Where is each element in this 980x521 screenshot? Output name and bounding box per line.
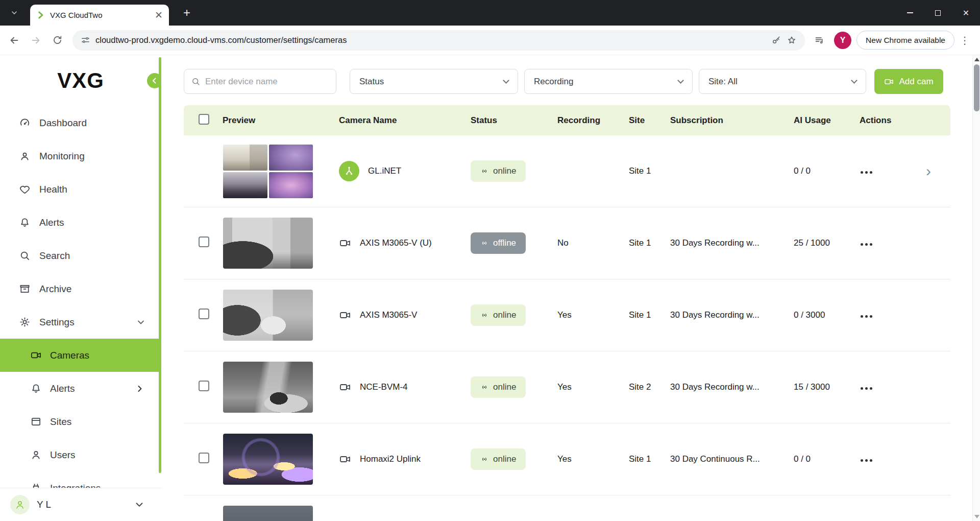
header-subscription: Subscription bbox=[660, 115, 784, 126]
sidebar-item-users[interactable]: Users bbox=[0, 438, 161, 471]
sidebar-user-footer[interactable]: Y L bbox=[0, 488, 161, 521]
row-actions-menu-icon[interactable] bbox=[860, 456, 873, 465]
ai-usage-value: 15 / 3000 bbox=[784, 382, 850, 392]
sidebar-item-settings[interactable]: Settings bbox=[0, 305, 161, 339]
sidebar-item-label: Cameras bbox=[50, 350, 89, 361]
expand-row-chevron-icon[interactable]: › bbox=[926, 163, 931, 179]
bell-icon bbox=[19, 217, 31, 228]
sidebar-item-health[interactable]: Health bbox=[0, 173, 161, 206]
sidebar-item-dashboard[interactable]: Dashboard bbox=[0, 106, 161, 139]
sidebar-item-sites[interactable]: Sites bbox=[0, 405, 161, 438]
camera-preview-thumbnail[interactable] bbox=[223, 218, 313, 269]
sidebar-item-label: Users bbox=[50, 449, 76, 461]
user-name: Y L bbox=[37, 499, 51, 510]
table-row[interactable]: NCE-BVM-4 online Yes Site 2 30 Days Reco… bbox=[184, 351, 950, 423]
status-badge: online bbox=[471, 304, 526, 326]
row-actions-menu-icon[interactable] bbox=[860, 240, 873, 249]
camera-preview-thumbnail[interactable] bbox=[223, 362, 313, 413]
camera-preview-thumbnail[interactable] bbox=[223, 506, 313, 521]
sidebar: VXG Dashboard Monitoring Health Alerts bbox=[0, 55, 161, 521]
site-info-icon[interactable] bbox=[81, 35, 90, 45]
row-actions-menu-icon[interactable] bbox=[860, 384, 873, 393]
page-scrollbar[interactable] bbox=[972, 55, 980, 521]
site-filter-dropdown[interactable]: Site: All bbox=[699, 69, 866, 94]
camera-preview-thumbnail[interactable] bbox=[223, 145, 313, 198]
video-camera-icon bbox=[339, 309, 351, 321]
signal-icon bbox=[480, 167, 488, 175]
close-button[interactable]: ✕ bbox=[952, 0, 980, 26]
signal-icon bbox=[480, 311, 488, 319]
recording-value: Yes bbox=[548, 382, 620, 392]
address-bar[interactable]: cloudtwo-prod.vxgdemo.cloud-vms.com/cust… bbox=[72, 30, 805, 51]
table-row[interactable]: Homaxi2 Uplink online Yes Site 1 30 Day … bbox=[184, 423, 950, 495]
row-checkbox[interactable] bbox=[199, 381, 209, 391]
device-search[interactable] bbox=[184, 69, 336, 94]
sidebar-item-alerts[interactable]: Alerts bbox=[0, 206, 161, 239]
sidebar-item-label: Archive bbox=[39, 283, 71, 295]
back-button[interactable] bbox=[5, 31, 23, 50]
scrollbar-thumb[interactable] bbox=[974, 64, 979, 111]
camera-name: GL.iNET bbox=[368, 166, 401, 176]
table-row[interactable]: GL.iNET online Site 1 0 / 0 › bbox=[184, 135, 950, 207]
camera-preview-thumbnail[interactable] bbox=[223, 434, 313, 485]
tab-search-icon[interactable] bbox=[8, 7, 20, 19]
browser-menu-icon[interactable]: ⋮ bbox=[960, 34, 970, 46]
password-key-icon[interactable] bbox=[771, 35, 781, 45]
header-camera-name: Camera Name bbox=[330, 115, 461, 126]
sidebar-item-label: Alerts bbox=[50, 383, 75, 394]
tab-title: VXG CloudTwo bbox=[50, 11, 150, 19]
browser-tab[interactable]: VXG CloudTwo ✕ bbox=[30, 5, 169, 26]
browser-toolbar: cloudtwo-prod.vxgdemo.cloud-vms.com/cust… bbox=[0, 26, 980, 55]
table-row[interactable] bbox=[184, 495, 950, 521]
profile-avatar[interactable]: Y bbox=[834, 32, 851, 49]
table-row[interactable]: AXIS M3065-V (U) offline No Site 1 30 Da… bbox=[184, 207, 950, 279]
sidebar-item-archive[interactable]: Archive bbox=[0, 272, 161, 305]
chevron-down-icon[interactable] bbox=[134, 499, 145, 510]
camera-preview-thumbnail[interactable] bbox=[223, 290, 313, 341]
add-camera-label: Add cam bbox=[899, 77, 933, 87]
recording-value: Yes bbox=[548, 454, 620, 464]
scroll-down-arrow-icon[interactable] bbox=[974, 515, 979, 518]
chrome-update-button[interactable]: New Chrome available bbox=[856, 31, 954, 50]
subscription-value: 30 Days Recording w... bbox=[660, 310, 784, 320]
signal-icon bbox=[480, 239, 488, 247]
signal-icon bbox=[480, 455, 488, 463]
bookmark-star-icon[interactable] bbox=[787, 35, 797, 45]
maximize-button[interactable] bbox=[924, 0, 952, 26]
recording-filter-dropdown[interactable]: Recording bbox=[524, 69, 693, 94]
sidebar-item-monitoring[interactable]: Monitoring bbox=[0, 139, 161, 173]
recording-value: Yes bbox=[548, 310, 620, 320]
tab-close-icon[interactable]: ✕ bbox=[155, 10, 163, 20]
status-badge: online bbox=[471, 448, 526, 470]
sidebar-item-alerts-sub[interactable]: Alerts bbox=[0, 372, 161, 405]
header-status: Status bbox=[461, 115, 548, 126]
health-icon bbox=[19, 183, 31, 195]
site-value: Site 1 bbox=[620, 310, 660, 321]
forward-button[interactable] bbox=[27, 31, 45, 50]
sidebar-collapse-button[interactable] bbox=[147, 73, 161, 88]
row-checkbox[interactable] bbox=[199, 309, 209, 319]
select-all-checkbox[interactable] bbox=[199, 114, 209, 125]
row-checkbox[interactable] bbox=[199, 236, 209, 247]
row-actions-menu-icon[interactable] bbox=[860, 168, 873, 177]
camera-icon bbox=[30, 349, 42, 361]
search-input[interactable] bbox=[205, 77, 329, 87]
recording-value: No bbox=[548, 238, 620, 248]
add-camera-button[interactable]: Add cam bbox=[874, 69, 943, 94]
scroll-up-arrow-icon[interactable] bbox=[974, 58, 979, 61]
status-filter-dropdown[interactable]: Status bbox=[350, 69, 518, 94]
table-row[interactable]: AXIS M3065-V online Yes Site 1 30 Days R… bbox=[184, 279, 950, 351]
sidebar-item-label: Settings bbox=[39, 317, 75, 328]
row-actions-menu-icon[interactable] bbox=[860, 312, 873, 321]
sidebar-item-search[interactable]: Search bbox=[0, 239, 161, 272]
minimize-button[interactable] bbox=[896, 0, 924, 26]
sidebar-item-cameras[interactable]: Cameras bbox=[0, 339, 161, 372]
chevron-down-icon bbox=[851, 77, 857, 84]
sidebar-item-label: Dashboard bbox=[39, 117, 87, 129]
sidebar-scrollbar[interactable] bbox=[159, 57, 161, 473]
site-value: Site 2 bbox=[620, 382, 660, 393]
new-tab-button[interactable]: + bbox=[180, 6, 194, 20]
media-controls-icon[interactable] bbox=[814, 35, 825, 45]
reload-button[interactable] bbox=[48, 31, 66, 50]
row-checkbox[interactable] bbox=[199, 453, 209, 463]
